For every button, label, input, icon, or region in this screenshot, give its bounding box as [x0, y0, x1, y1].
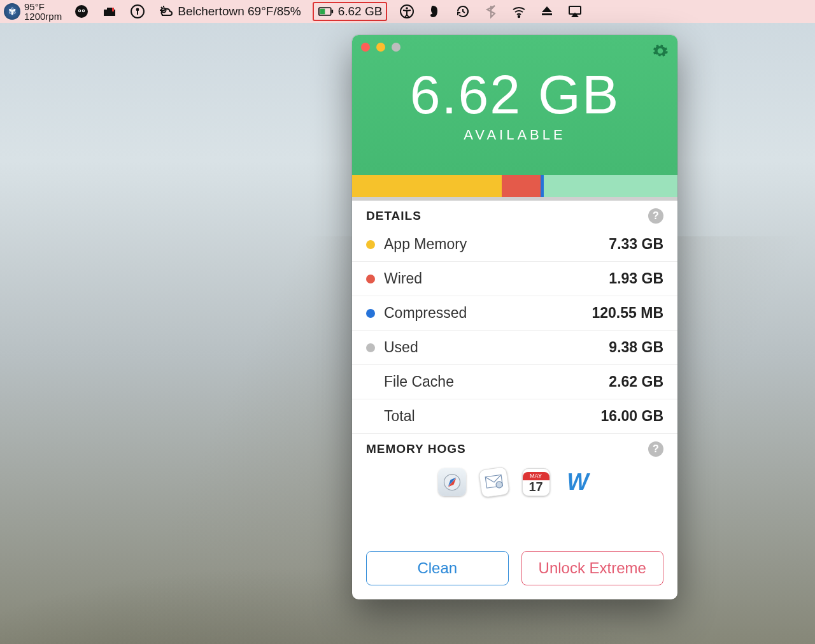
row-value: 120.55 MB [592, 304, 663, 322]
svg-point-4 [83, 10, 84, 11]
svg-point-14 [406, 7, 409, 10]
row-value: 7.33 GB [609, 236, 663, 253]
fan-readout: 95°F 1200rpm [24, 2, 62, 21]
menubar: ✾ 95°F 1200rpm Belchertown 69°F/85% 6.62… [0, 0, 815, 23]
minimize-button[interactable] [376, 43, 385, 52]
fan-icon: ✾ [4, 3, 20, 20]
hog-word-icon[interactable]: W [564, 468, 592, 496]
zoom-button[interactable] [392, 43, 400, 52]
memory-hogs-list: MAY 17 W [352, 461, 677, 501]
details-heading: DETAILS [366, 209, 422, 223]
row-compressed: Compressed 120.55 MB [352, 296, 677, 331]
onepassword-icon[interactable] [129, 3, 146, 20]
row-label: App Memory [384, 236, 609, 253]
weather-text: Belchertown 69°F/85% [178, 4, 301, 18]
row-label: Used [384, 339, 609, 356]
usage-segment-app [352, 175, 502, 197]
calendar-month: MAY [523, 472, 549, 480]
hogs-section-header: MEMORY HOGS ? [352, 434, 677, 461]
dot-app-icon [366, 240, 375, 249]
row-value: 16.00 GB [601, 408, 663, 425]
unlock-button-label: Unlock Extreme [539, 559, 646, 577]
details-rows: App Memory 7.33 GB Wired 1.93 GB Compres… [352, 227, 677, 434]
usage-segment-wired [502, 175, 541, 197]
available-memory-value: 6.62 GB [410, 67, 620, 122]
menubar-weather[interactable]: Belchertown 69°F/85% [157, 0, 301, 23]
evernote-icon[interactable] [427, 3, 443, 20]
row-label: Wired [384, 270, 609, 287]
row-total: Total 16.00 GB [352, 399, 677, 434]
close-button[interactable] [361, 43, 370, 52]
window-traffic-lights [361, 43, 400, 52]
memory-usage-bar [352, 175, 677, 197]
svg-point-0 [75, 5, 88, 18]
hog-safari-icon[interactable] [438, 468, 466, 496]
hog-word-glyph: W [567, 469, 589, 496]
usage-segment-free [544, 175, 677, 197]
hogs-help-icon[interactable]: ? [648, 441, 663, 457]
clean-button[interactable]: Clean [366, 551, 509, 585]
row-label: Compressed [384, 304, 592, 322]
svg-rect-12 [331, 10, 333, 13]
dot-compressed-icon [366, 309, 375, 318]
details-section-header: DETAILS ? [352, 201, 677, 227]
row-label: File Cache [384, 373, 609, 390]
eject-icon[interactable] [539, 3, 555, 20]
weather-icon [157, 3, 174, 20]
clean-button-label: Clean [417, 559, 457, 577]
owl-icon[interactable] [73, 3, 90, 20]
timemachine-icon[interactable] [455, 3, 471, 20]
row-wired: Wired 1.93 GB [352, 262, 677, 296]
svg-point-3 [79, 10, 80, 11]
svg-rect-16 [542, 13, 552, 15]
available-label: AVAILABLE [464, 127, 565, 143]
window-header: 6.62 GB AVAILABLE [352, 35, 677, 175]
unlock-extreme-button[interactable]: Unlock Extreme [521, 551, 664, 585]
row-value: 2.62 GB [609, 373, 663, 390]
memory-value: 6.62 GB [338, 4, 383, 18]
hog-mail-icon[interactable] [478, 466, 510, 498]
accessibility-icon[interactable] [399, 3, 415, 20]
memory-clean-window: 6.62 GB AVAILABLE DETAILS ? App Memory 7… [352, 35, 677, 599]
bluetooth-icon[interactable] [483, 3, 499, 20]
svg-rect-5 [112, 8, 114, 11]
dot-used-icon [366, 343, 375, 352]
row-file-cache: File Cache 2.62 GB [352, 365, 677, 399]
dot-wired-icon [366, 275, 375, 283]
row-app-memory: App Memory 7.33 GB [352, 227, 677, 262]
action-buttons: Clean Unlock Extreme [352, 540, 677, 599]
row-label: Total [384, 408, 601, 425]
menubar-fan[interactable]: ✾ 95°F 1200rpm [4, 0, 62, 23]
svg-point-15 [518, 16, 520, 17]
wifi-icon[interactable] [511, 3, 527, 20]
calendar-day: 17 [528, 480, 542, 493]
menubar-memory-highlighted[interactable]: 6.62 GB [313, 2, 388, 21]
svg-rect-11 [320, 9, 325, 15]
airplay-icon[interactable] [567, 3, 583, 20]
row-value: 9.38 GB [609, 339, 663, 356]
svg-rect-8 [137, 10, 138, 15]
hogs-heading: MEMORY HOGS [366, 442, 466, 456]
details-help-icon[interactable]: ? [648, 208, 663, 224]
gear-icon[interactable] [652, 43, 669, 64]
memory-icon [318, 3, 334, 20]
toolbox-icon[interactable] [101, 3, 118, 20]
hog-calendar-icon[interactable]: MAY 17 [522, 468, 550, 496]
row-value: 1.93 GB [609, 270, 663, 287]
row-used: Used 9.38 GB [352, 331, 677, 365]
